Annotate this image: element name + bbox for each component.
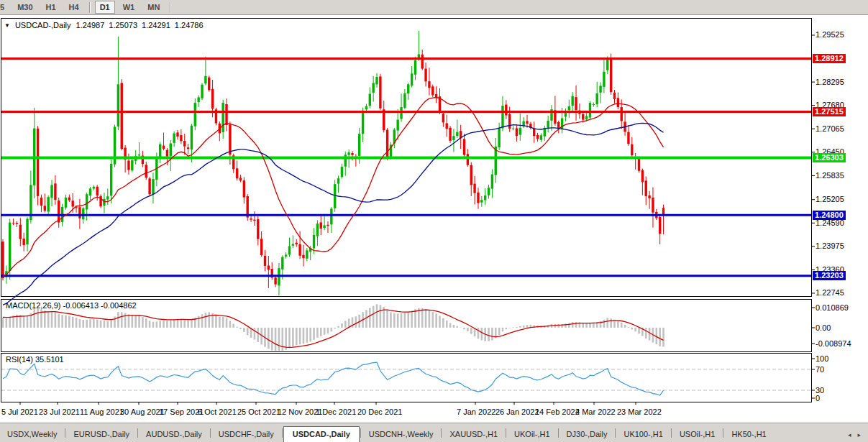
- tab-usdcnh-weekly[interactable]: USDCNH-,Weekly: [362, 427, 441, 442]
- tab-scroll-buttons: ◂▸: [848, 431, 861, 438]
- symbol-tab-bar: USDX,WeeklyEURUSD-,DailyAUDUSD-,DailyUSD…: [0, 423, 868, 442]
- tab-hk50-h1[interactable]: HK50-,H1: [724, 427, 773, 442]
- timeframe-button-mn[interactable]: MN: [142, 1, 165, 14]
- tab-separator: [671, 428, 672, 438]
- tab-separator: [723, 428, 723, 438]
- tab-separator: [360, 428, 361, 438]
- timeframe-button-d1[interactable]: D1: [95, 1, 115, 14]
- tab-scroll-right-icon[interactable]: ▸: [857, 431, 861, 438]
- tab-usdchf-daily[interactable]: USDCHF-,Daily: [211, 427, 281, 442]
- tab-usdx-weekly[interactable]: USDX,Weekly: [0, 427, 64, 442]
- tab-uk100-h1[interactable]: UK100-,H1: [616, 427, 670, 442]
- timeframe-button-w1[interactable]: W1: [118, 1, 140, 14]
- tab-separator: [441, 428, 442, 438]
- toolbar-separator: [89, 2, 90, 13]
- tab-separator: [615, 428, 616, 438]
- tab-usdcad-daily[interactable]: USDCAD-,Daily: [283, 426, 360, 442]
- tab-separator: [506, 428, 506, 438]
- tab-separator: [210, 428, 211, 438]
- tab-scroll-left-icon[interactable]: ◂: [848, 431, 851, 438]
- timeframe-button-m30[interactable]: M30: [12, 1, 37, 14]
- tab-dj30-daily[interactable]: DJ30-,Daily: [559, 427, 615, 442]
- tab-separator: [65, 428, 65, 438]
- timeframe-toolbar: 5M30H1H4D1W1MN: [0, 0, 868, 15]
- timeframe-button-5[interactable]: 5: [0, 1, 9, 14]
- tab-separator: [137, 428, 138, 438]
- pane-frames: [1, 19, 812, 402]
- tab-eurusd-daily[interactable]: EURUSD-,Daily: [66, 427, 137, 442]
- tab-xauusd-h1[interactable]: XAUUSD-,H1: [442, 427, 505, 442]
- tab-ukoil-h1[interactable]: UKOil-,H1: [507, 427, 557, 442]
- tab-usoil-h1[interactable]: USOil-,H1: [672, 427, 723, 442]
- tab-audusd-daily[interactable]: AUDUSD-,Daily: [139, 427, 209, 442]
- toolbar-separator: [170, 2, 170, 13]
- chart-canvas[interactable]: [0, 0, 868, 442]
- tab-separator: [282, 428, 283, 438]
- timeframe-button-h4[interactable]: H4: [64, 1, 84, 14]
- timeframe-button-h1[interactable]: H1: [41, 1, 61, 14]
- tab-separator: [558, 428, 559, 438]
